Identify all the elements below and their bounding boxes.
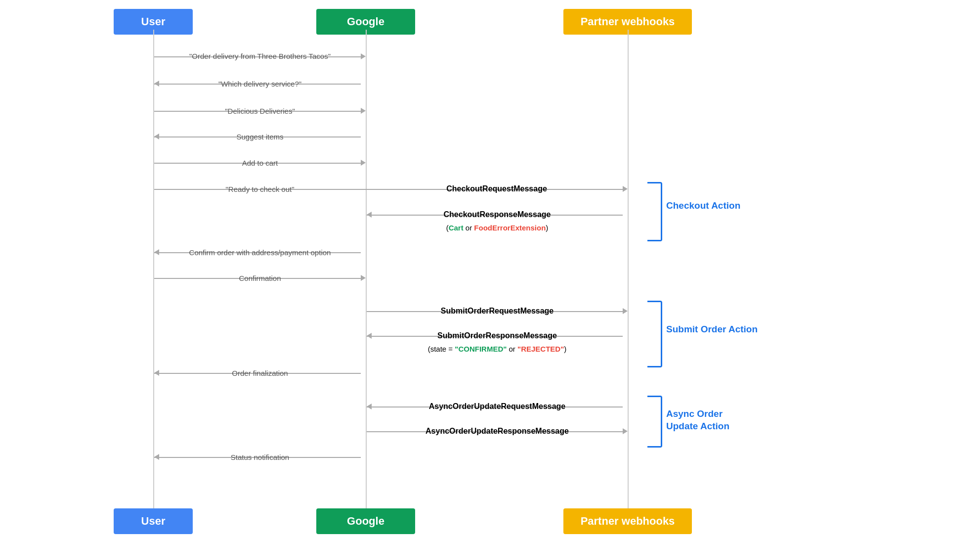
message-1: "Order delivery from Three Brothers Taco… [154,49,366,64]
async-bracket-label: Async OrderUpdate Action [666,408,729,432]
async-bracket [647,396,662,448]
message-11: SubmitOrderResponseMessage [367,329,628,344]
lifeline-partner [628,30,629,513]
message-2: "Which delivery service?" [154,77,366,91]
message-6: "Ready to check out" CheckoutRequestMess… [154,182,628,197]
message-8: Confirm order with address/payment optio… [154,245,366,260]
actor-google-bottom: Google [316,508,415,534]
actor-partner-bottom: Partner webhooks [563,508,692,534]
sequence-diagram: User Google Partner webhooks User Google… [0,0,980,543]
checkout-response-sublabel: (Cart or FoodErrorExtension) [367,224,628,232]
message-14: AsyncOrderUpdateResponseMessage [367,424,628,439]
message-4: Suggest items [154,130,366,144]
message-5: Add to cart [154,156,366,171]
message-10: SubmitOrderRequestMessage [367,304,628,319]
submit-bracket-label: Submit Order Action [666,324,758,335]
submit-bracket [647,301,662,367]
checkout-bracket [647,182,662,241]
message-15: Status notification [154,450,366,465]
message-7: CheckoutResponseMessage [367,208,628,223]
message-3: "Delicious Deliveries" [154,104,366,119]
message-9: Confirmation [154,271,366,286]
message-12: Order finalization [154,366,366,381]
checkout-bracket-label: Checkout Action [666,200,740,211]
submit-response-sublabel: (state = "CONFIRMED" or "REJECTED") [367,345,628,353]
message-13: AsyncOrderUpdateRequestMessage [367,400,628,414]
lifeline-google [366,30,367,513]
actor-user-bottom: User [114,508,193,534]
